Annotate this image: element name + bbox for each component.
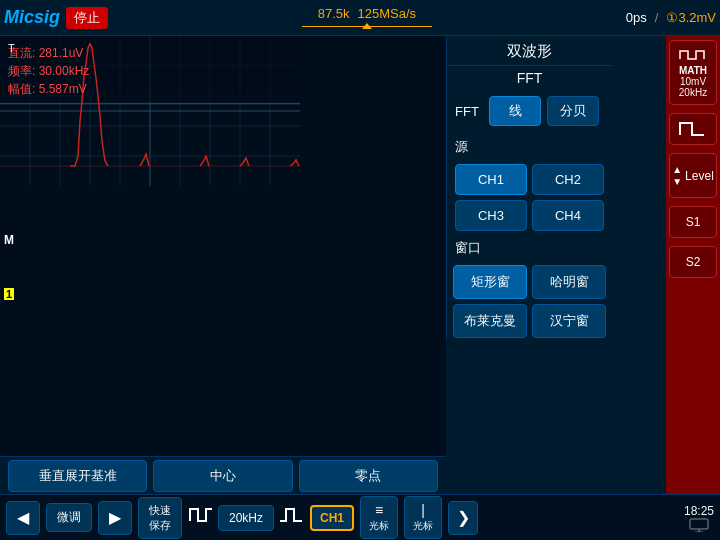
ch2-source-btn[interactable]: CH2 xyxy=(532,164,604,195)
cursor1-btn[interactable]: ≡ 光标 xyxy=(360,496,398,539)
divider-slash: / xyxy=(655,10,659,25)
fft-row: FFT 线 分贝 xyxy=(447,92,612,130)
vertical-expand-btn[interactable]: 垂直展开基准 xyxy=(8,460,147,492)
channel-info: 直流: 281.1uV 频率: 30.00kHz 幅值: 5.587mV xyxy=(8,44,89,98)
ch-freq-value: 频率: 30.00kHz xyxy=(8,62,89,80)
voltage-display: ①3.2mV xyxy=(666,10,716,25)
center-btn[interactable]: 中心 xyxy=(153,460,292,492)
main-area: 直流: 281.1uV 频率: 30.00kHz 幅值: 5.587mV T M… xyxy=(0,36,720,494)
time-display: 18:25 xyxy=(684,504,714,518)
cursor2-icon: | xyxy=(421,502,425,518)
freq-display-btn[interactable]: 20kHz xyxy=(218,505,274,531)
screen: Micsig 停止 87.5k 125MSa/s 0ps / ①3.2mV xyxy=(0,0,720,540)
ch1-marker: 1 xyxy=(4,288,14,300)
svg-rect-17 xyxy=(690,519,708,529)
ch1-source-btn[interactable]: CH1 xyxy=(455,164,527,195)
ch1-tag-area[interactable]: CH1 xyxy=(310,505,354,531)
quick-save-btn[interactable]: 快速 保存 xyxy=(138,497,182,539)
cursor2-label: 光标 xyxy=(413,519,433,533)
window-hanning-btn[interactable]: 哈明窗 xyxy=(532,265,606,299)
side-column: MATH 10mV 20kHz ▲ ▼ Level S1 xyxy=(666,36,720,494)
window-rect-btn[interactable]: 矩形窗 xyxy=(453,265,527,299)
cursor1-icon: ≡ xyxy=(375,502,383,518)
m-marker: M xyxy=(4,233,14,247)
time-offset: 0ps xyxy=(626,10,647,25)
zero-btn[interactable]: 零点 xyxy=(299,460,438,492)
wave-icon-top xyxy=(678,47,706,63)
window-grid: 矩形窗 哈明窗 布莱克曼 汉宁窗 xyxy=(447,265,612,338)
top-center: 87.5k 125MSa/s xyxy=(118,6,616,29)
ch-dc-value: 直流: 281.1uV xyxy=(8,44,89,62)
window-label: 窗口 xyxy=(455,239,483,257)
panel-subtitle: FFT xyxy=(447,66,612,90)
wave-icon-btn[interactable] xyxy=(669,113,717,145)
save-line2: 保存 xyxy=(149,518,171,533)
fft-db-btn[interactable]: 分贝 xyxy=(547,96,599,126)
fine-tune-label: 微调 xyxy=(57,509,81,526)
logo: Micsig xyxy=(4,7,60,28)
bottom-action-bar: 垂直展开基准 中心 零点 xyxy=(0,456,446,494)
right-panel: 双波形 FFT FFT 线 分贝 源 CH1 CH2 xyxy=(446,36,612,340)
top-bar: Micsig 停止 87.5k 125MSa/s 0ps / ①3.2mV xyxy=(0,0,720,36)
fft-line-btn[interactable]: 线 xyxy=(489,96,541,126)
ch3-source-btn[interactable]: CH3 xyxy=(455,200,527,231)
time-display-area: 18:25 xyxy=(684,504,714,532)
fft-label: FFT xyxy=(455,104,483,119)
level-arrows: ▲ ▼ xyxy=(672,164,682,187)
fine-tune-btn[interactable]: 微调 xyxy=(46,503,92,532)
math-freq: 20kHz xyxy=(679,87,707,98)
stop-button[interactable]: 停止 xyxy=(66,7,108,29)
save-line1: 快速 xyxy=(149,503,171,518)
source-label: 源 xyxy=(455,138,483,156)
wave-icon-right xyxy=(280,503,304,532)
freq-high: 87.5k xyxy=(318,6,350,21)
trigger-marker: T xyxy=(8,42,15,54)
level-label: Level xyxy=(685,169,714,183)
ch-amp-value: 幅值: 5.587mV xyxy=(8,80,89,98)
source-grid: CH1 CH2 CH3 CH4 xyxy=(447,164,612,231)
wave-icon-left xyxy=(188,503,212,532)
right-wrapper: 双波形 FFT FFT 线 分贝 源 CH1 CH2 xyxy=(446,36,666,494)
scope-area: 直流: 281.1uV 频率: 30.00kHz 幅值: 5.587mV T M… xyxy=(0,36,446,494)
window-blackman-btn[interactable]: 布莱克曼 xyxy=(453,304,527,338)
cursor2-btn[interactable]: | 光标 xyxy=(404,496,442,539)
cursor1-label: 光标 xyxy=(369,519,389,533)
source-label-row: 源 xyxy=(447,134,612,160)
s2-btn[interactable]: S2 xyxy=(669,246,717,278)
panel-content: FFT 线 分贝 源 CH1 CH2 CH3 CH4 xyxy=(447,90,612,340)
freq-low: 125MSa/s xyxy=(358,6,417,21)
panel-header: 双波形 xyxy=(447,36,612,66)
square-wave-icon xyxy=(678,119,708,139)
math-voltage: 10mV xyxy=(680,76,706,87)
left-nav-btn[interactable]: ◀ xyxy=(6,501,40,535)
s1-btn[interactable]: S1 xyxy=(669,206,717,238)
window-hann-btn[interactable]: 汉宁窗 xyxy=(532,304,606,338)
window-label-row: 窗口 xyxy=(447,235,612,261)
math-btn-area[interactable]: MATH 10mV 20kHz xyxy=(669,40,717,105)
math-label: MATH xyxy=(679,65,707,76)
monitor-icon xyxy=(689,518,709,532)
right-nav-btn[interactable]: ▶ xyxy=(98,501,132,535)
level-btn[interactable]: ▲ ▼ Level xyxy=(669,153,717,198)
ch1-tag: CH1 xyxy=(310,505,354,531)
expand-btn[interactable]: ❯ xyxy=(448,501,478,535)
freq-display: 87.5k 125MSa/s xyxy=(318,6,416,21)
bottom-bar: ◀ 微调 ▶ 快速 保存 20kHz CH1 xyxy=(0,494,720,540)
ch4-source-btn[interactable]: CH4 xyxy=(532,200,604,231)
